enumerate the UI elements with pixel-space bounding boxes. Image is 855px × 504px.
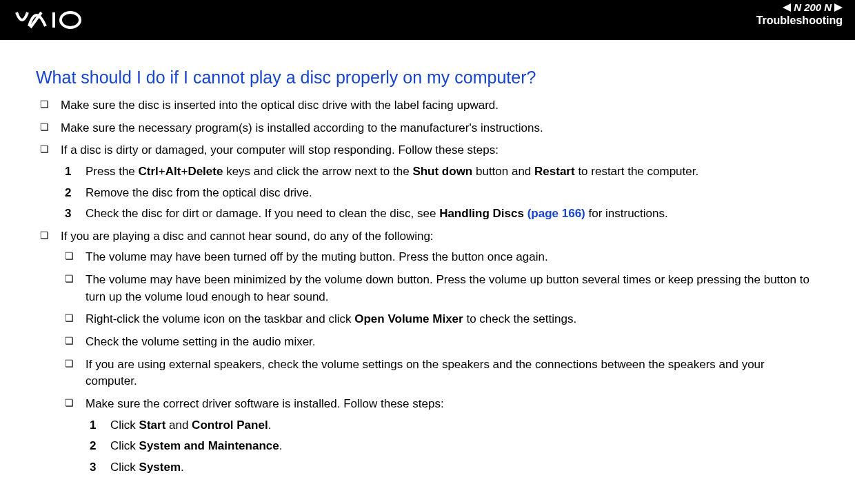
page-number: 200 bbox=[804, 1, 821, 13]
step-check-disc: Check the disc for dirt or damage. If yo… bbox=[61, 205, 819, 223]
step-start-cp: Click Start and Control Panel. bbox=[86, 417, 819, 434]
svg-point-1 bbox=[61, 12, 80, 28]
content-area: What should I do if I cannot play a disc… bbox=[0, 40, 855, 503]
step-ctrl-alt-del: Press the Ctrl+Alt+Delete keys and click… bbox=[61, 163, 819, 181]
bullet-no-sound: If you are playing a disc and cannot hea… bbox=[36, 228, 819, 476]
header-bar: N 200 N Troubleshooting bbox=[0, 0, 855, 40]
nav-next-icon[interactable] bbox=[834, 3, 843, 12]
n-letter-right: N bbox=[824, 1, 832, 13]
bullet-programs-installed: Make sure the necessary program(s) is in… bbox=[36, 120, 819, 137]
sub-driver-software: Make sure the correct driver software is… bbox=[61, 396, 819, 476]
page-indicator: N 200 N Troubleshooting bbox=[756, 1, 843, 27]
sound-sub-list: The volume may have been turned off by t… bbox=[61, 249, 819, 476]
bullet-label-up: Make sure the disc is inserted into the … bbox=[36, 97, 819, 114]
question-heading: What should I do if I cannot play a disc… bbox=[36, 68, 819, 88]
step-system: Click System. bbox=[86, 459, 819, 476]
step-remove-disc: Remove the disc from the optical disc dr… bbox=[61, 185, 819, 202]
nav-prev-icon[interactable] bbox=[783, 3, 791, 12]
svg-rect-0 bbox=[52, 12, 55, 28]
sub-audio-mixer: Check the volume setting in the audio mi… bbox=[61, 334, 819, 351]
n-letter-left: N bbox=[794, 1, 801, 13]
vaio-logo bbox=[15, 10, 112, 30]
steps-restart-list: Press the Ctrl+Alt+Delete keys and click… bbox=[61, 163, 819, 223]
steps-driver-list: Click Start and Control Panel. Click Sys… bbox=[86, 417, 819, 476]
sub-volume-mixer: Right-click the volume icon on the taskb… bbox=[61, 311, 819, 328]
bullet-dirty-damaged: If a disc is dirty or damaged, your comp… bbox=[36, 142, 819, 223]
step-sys-maint: Click System and Maintenance. bbox=[86, 438, 819, 455]
sub-muting: The volume may have been turned off by t… bbox=[61, 249, 819, 266]
link-handling-discs[interactable]: (page 166) bbox=[527, 207, 585, 220]
section-name: Troubleshooting bbox=[756, 14, 843, 27]
sub-external-speakers: If you are using external speakers, chec… bbox=[61, 356, 819, 390]
top-bullet-list: Make sure the disc is inserted into the … bbox=[36, 97, 819, 476]
sub-volume-down: The volume may have been minimized by th… bbox=[61, 272, 819, 305]
